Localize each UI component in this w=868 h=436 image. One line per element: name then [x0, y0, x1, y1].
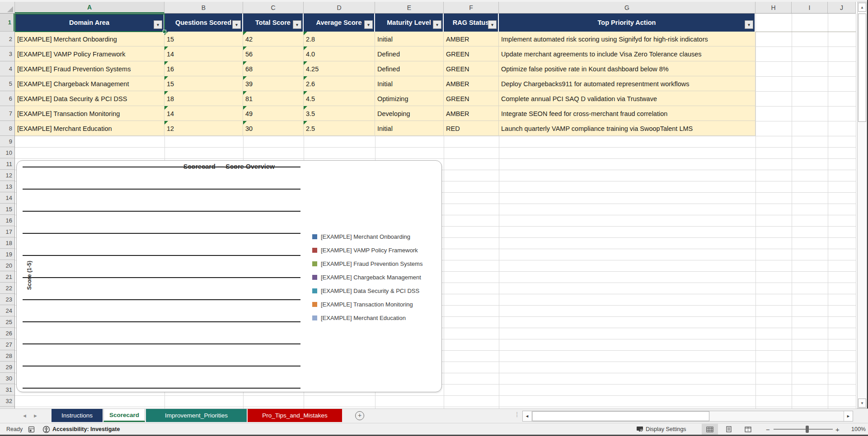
row-number-30[interactable]: 30 — [0, 373, 14, 384]
cell-E2[interactable]: Initial — [375, 32, 444, 46]
select-all-button[interactable] — [0, 2, 15, 13]
cell-G2[interactable]: Implement automated risk scoring using S… — [499, 32, 755, 46]
cell-E5[interactable]: Initial — [375, 76, 444, 91]
horizontal-scrollbar[interactable]: ◄ ► — [522, 411, 853, 422]
row-number-25[interactable]: 25 — [0, 316, 14, 328]
cell-D5[interactable]: 2.6 — [304, 76, 375, 91]
cell-A4[interactable]: [EXAMPLE] Fraud Prevention Systems — [15, 61, 164, 76]
row-number-23[interactable]: 23 — [0, 294, 14, 305]
scroll-up-button[interactable]: ▲ — [858, 3, 866, 12]
sheet-tab-scorecard[interactable]: Scorecard — [103, 409, 145, 422]
cell-B3[interactable]: 14 — [164, 46, 243, 61]
row-number-12[interactable]: 12 — [0, 170, 14, 181]
new-sheet-button[interactable]: + — [355, 411, 364, 420]
cell-B6[interactable]: 18 — [164, 91, 243, 106]
cell-F6[interactable]: GREEN — [444, 91, 499, 106]
cell-E3[interactable]: Defined — [375, 46, 444, 61]
cell-G6[interactable]: Complete annual PCI SAQ D validation via… — [499, 91, 755, 106]
row-number-18[interactable]: 18 — [0, 237, 14, 249]
row-number-27[interactable]: 27 — [0, 339, 14, 350]
sheet-tab-pro_tips_and_mistakes[interactable]: Pro_Tips_and_Mistakes — [248, 409, 342, 422]
cell-F7[interactable]: AMBER — [444, 106, 499, 121]
header-cell-rag-status[interactable]: RAG Status▾ — [444, 14, 499, 32]
cell-A5[interactable]: [EXAMPLE] Chargeback Management — [15, 76, 164, 91]
cell-A3[interactable]: [EXAMPLE] VAMP Policy Framework — [15, 46, 164, 61]
row-number-16[interactable]: 16 — [0, 215, 14, 226]
filter-dropdown-icon[interactable]: ▾ — [488, 20, 497, 29]
display-settings-button[interactable]: Display Settings — [636, 423, 686, 435]
row-number-17[interactable]: 17 — [0, 226, 14, 237]
cell-C2[interactable]: 42 — [243, 32, 304, 46]
cell-B5[interactable]: 15 — [164, 76, 243, 91]
row-number-31[interactable]: 31 — [0, 384, 14, 395]
header-cell-maturity-level[interactable]: Maturity Level▾ — [375, 14, 444, 32]
accessibility-icon[interactable] — [42, 423, 50, 435]
row-number-26[interactable]: 26 — [0, 328, 14, 339]
cell-F2[interactable]: AMBER — [444, 32, 499, 46]
cell-A2[interactable]: [EXAMPLE] Merchant Onboarding — [15, 32, 164, 46]
filter-dropdown-icon[interactable]: ▾ — [293, 20, 301, 29]
cell-C4[interactable]: 68 — [243, 61, 304, 76]
cell-C5[interactable]: 39 — [243, 76, 304, 91]
cell-A8[interactable]: [EXAMPLE] Merchant Education — [15, 121, 164, 136]
row-number-29[interactable]: 29 — [0, 362, 14, 373]
cell-G8[interactable]: Launch quarterly VAMP compliance trainin… — [499, 121, 755, 136]
macro-record-icon[interactable] — [28, 423, 35, 435]
column-header-J[interactable]: J — [828, 2, 856, 13]
cell-E4[interactable]: Defined — [375, 61, 444, 76]
column-header-G[interactable]: G — [499, 2, 755, 13]
accessibility-status[interactable]: Accessibility: Investigate — [52, 423, 120, 435]
cell-D7[interactable]: 3.5 — [304, 106, 375, 121]
header-cell-top-priority-action[interactable]: Top Priority Action▾ — [499, 14, 755, 32]
column-header-I[interactable]: I — [792, 2, 828, 13]
row-number-19[interactable]: 19 — [0, 249, 14, 260]
row-number-20[interactable]: 20 — [0, 260, 14, 271]
row-number-4[interactable]: 4 — [0, 61, 14, 76]
row-number-22[interactable]: 22 — [0, 283, 14, 294]
cell-E8[interactable]: Initial — [375, 121, 444, 136]
vertical-scrollbar[interactable]: ▲ ▼ — [857, 2, 867, 408]
cell-A7[interactable]: [EXAMPLE] Transaction Monitoring — [15, 106, 164, 121]
cell-A6[interactable]: [EXAMPLE] Data Security & PCI DSS — [15, 91, 164, 106]
header-cell-average-score[interactable]: Average Score▾ — [304, 14, 375, 32]
tab-scroll-right-icon[interactable]: ► — [33, 413, 38, 418]
scroll-down-button[interactable]: ▼ — [858, 399, 866, 408]
filter-dropdown-icon[interactable]: ▾ — [433, 20, 441, 29]
tab-splitter-handle[interactable]: ⁞ — [516, 411, 517, 418]
vertical-scroll-thumb[interactable] — [858, 14, 866, 122]
cell-E6[interactable]: Optimizing — [375, 91, 444, 106]
filter-dropdown-icon[interactable]: ▾ — [232, 20, 241, 29]
row-number-32[interactable]: 32 — [0, 395, 14, 407]
row-number-14[interactable]: 14 — [0, 192, 14, 204]
cell-C6[interactable]: 81 — [243, 91, 304, 106]
header-cell-domain-area[interactable]: Domain Area▾ — [15, 14, 164, 32]
row-number-24[interactable]: 24 — [0, 305, 14, 316]
filter-dropdown-icon[interactable]: ▾ — [364, 20, 373, 29]
cell-C3[interactable]: 56 — [243, 46, 304, 61]
cell-F3[interactable]: GREEN — [444, 46, 499, 61]
header-cell-questions-scored[interactable]: Questions Scored▾ — [164, 14, 243, 32]
zoom-out-button[interactable]: − — [766, 423, 770, 435]
row-number-15[interactable]: 15 — [0, 204, 14, 215]
cell-G7[interactable]: Integrate SEON feed for cross-merchant f… — [499, 106, 755, 121]
cell-F5[interactable]: AMBER — [444, 76, 499, 91]
zoom-level[interactable]: 100% — [847, 423, 866, 435]
column-header-H[interactable]: H — [755, 2, 792, 13]
filter-dropdown-icon[interactable]: ▾ — [154, 20, 162, 29]
cell-D3[interactable]: 4.0 — [304, 46, 375, 61]
cell-G5[interactable]: Deploy Chargebacks911 for automated repr… — [499, 76, 755, 91]
row-number-6[interactable]: 6 — [0, 91, 14, 106]
chart-panel[interactable]: Scorecard — Score Overview Score (1-5) [… — [16, 160, 442, 392]
cell-G3[interactable]: Update merchant agreements to include Vi… — [499, 46, 755, 61]
zoom-slider-track[interactable] — [774, 429, 833, 430]
cell-D4[interactable]: 4.25 — [304, 61, 375, 76]
row-number-3[interactable]: 3 — [0, 46, 14, 61]
tab-scroll-left-icon[interactable]: ◄ — [22, 413, 27, 418]
cell-F8[interactable]: RED — [444, 121, 499, 136]
column-header-B[interactable]: B — [164, 2, 243, 13]
row-number-1[interactable]: 1 — [0, 14, 14, 32]
row-number-28[interactable]: 28 — [0, 350, 14, 362]
row-number-8[interactable]: 8 — [0, 121, 14, 136]
cell-E7[interactable]: Developing — [375, 106, 444, 121]
row-number-9[interactable]: 9 — [0, 136, 14, 147]
